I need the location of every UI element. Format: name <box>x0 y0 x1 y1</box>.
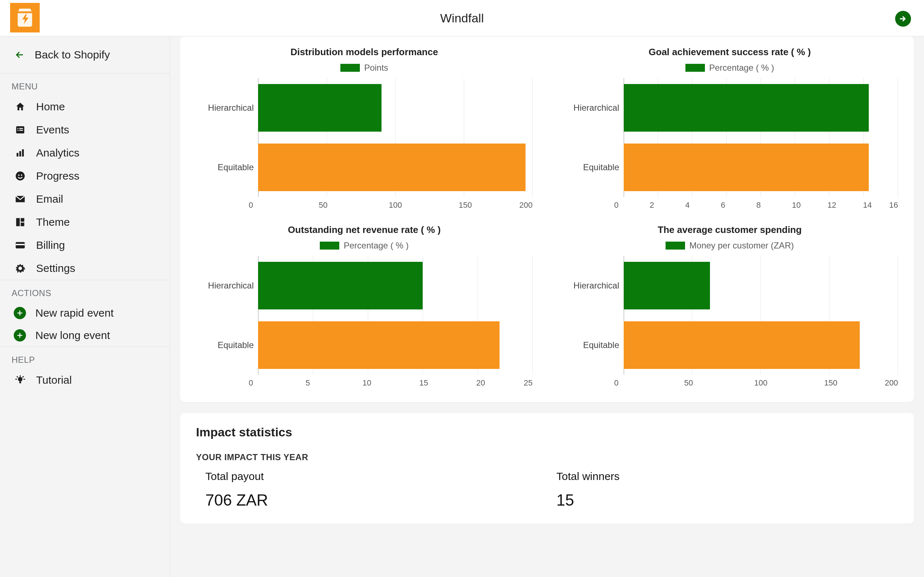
shopping-bag-bolt-icon <box>14 7 36 29</box>
sidebar-item-label: Home <box>36 101 65 113</box>
stat-total-winners: Total winners 15 <box>547 470 898 509</box>
sidebar-item-events[interactable]: Events <box>0 118 170 141</box>
x-tick: 150 <box>824 375 894 388</box>
list-icon <box>14 123 27 136</box>
category-label: Equitable <box>196 340 254 350</box>
bar <box>258 321 499 369</box>
svg-rect-4 <box>19 130 23 131</box>
sidebar-item-label: Billing <box>36 239 65 251</box>
bar <box>258 262 423 309</box>
chart-title: Outstanding net revenue rate ( % ) <box>288 224 441 235</box>
impact-subheading: YOUR IMPACT THIS YEAR <box>196 452 898 462</box>
sidebar-section-actions: ACTIONS <box>0 280 170 302</box>
bulb-icon <box>14 374 27 387</box>
action-new-long-event[interactable]: New long event <box>0 324 170 347</box>
forward-button[interactable] <box>895 11 911 27</box>
svg-rect-5 <box>16 153 18 156</box>
stat-label: Total winners <box>557 470 898 482</box>
svg-rect-1 <box>18 128 19 129</box>
sidebar-item-theme[interactable]: Theme <box>0 211 170 234</box>
x-tick: 14 <box>863 197 899 210</box>
sidebar-item-analytics[interactable]: Analytics <box>0 141 170 164</box>
category-label: Hierarchical <box>562 103 619 113</box>
sidebar-item-label: Events <box>36 124 69 136</box>
category-label: Equitable <box>562 162 619 172</box>
stat-value: 15 <box>557 491 898 509</box>
legend-swatch <box>340 64 360 72</box>
sidebar-item-settings[interactable]: Settings <box>0 257 170 280</box>
svg-rect-2 <box>19 128 23 129</box>
chart-net-revenue: Outstanding net revenue rate ( % )Percen… <box>196 224 533 388</box>
x-tick: 0 <box>614 375 684 388</box>
sidebar-item-progress[interactable]: Progress <box>0 164 170 187</box>
sidebar-item-billing[interactable]: Billing <box>0 234 170 257</box>
bar-chart-icon <box>14 147 27 160</box>
sidebar-item-label: Analytics <box>36 147 79 159</box>
chart-legend: Percentage ( % ) <box>685 63 774 73</box>
back-label: Back to Shopify <box>35 49 110 61</box>
chart-avg-spend: The average customer spendingMoney per c… <box>562 224 898 388</box>
chart-legend: Money per customer (ZAR) <box>666 240 794 251</box>
back-to-shopify-link[interactable]: Back to Shopify <box>0 36 170 73</box>
svg-point-16 <box>18 377 23 382</box>
sidebar-item-tutorial[interactable]: Tutorial <box>0 369 170 392</box>
plus-icon <box>14 307 26 319</box>
x-tick: 0 <box>614 197 650 210</box>
sidebar-item-label: Settings <box>36 262 75 274</box>
impact-heading: Impact statistics <box>196 425 898 439</box>
svg-rect-17 <box>19 382 21 384</box>
theme-icon <box>14 216 27 229</box>
card-icon <box>14 239 27 252</box>
legend-swatch <box>320 242 339 250</box>
bar <box>258 143 525 191</box>
chart-distribution: Distribution models performancePointsHie… <box>196 47 533 210</box>
legend-label: Points <box>364 63 388 73</box>
sidebar-section-menu: MENU <box>0 74 170 95</box>
arrow-left-icon <box>15 50 24 60</box>
charts-card: Distribution models performancePointsHie… <box>180 36 914 402</box>
svg-rect-15 <box>16 244 25 245</box>
sidebar-item-label: Tutorial <box>36 374 72 386</box>
category-label: Hierarchical <box>196 280 254 291</box>
hbar-chart: HierarchicalEquitable0246810121416 <box>562 78 898 210</box>
stat-label: Total payout <box>205 470 547 482</box>
sidebar-item-home[interactable]: Home <box>0 95 170 118</box>
action-item-label: New long event <box>36 329 110 342</box>
sidebar-item-email[interactable]: Email <box>0 187 170 211</box>
x-tick: 10 <box>362 375 419 388</box>
action-new-rapid-event[interactable]: New rapid event <box>0 302 170 324</box>
home-icon <box>14 100 27 113</box>
x-tick: 6 <box>721 197 756 210</box>
bar <box>624 321 860 369</box>
x-tick: 10 <box>792 197 828 210</box>
hbar-chart: HierarchicalEquitable050100150200 <box>562 256 898 388</box>
category-label: Hierarchical <box>562 280 619 291</box>
bar <box>624 262 710 309</box>
x-tick: 8 <box>756 197 792 210</box>
hbar-chart: HierarchicalEquitable050100150200 <box>196 78 533 210</box>
x-tick: 12 <box>828 197 863 210</box>
legend-label: Percentage ( % ) <box>344 240 409 251</box>
svg-rect-12 <box>21 218 24 222</box>
sidebar: Back to Shopify MENU Home Events Analyti… <box>0 36 170 577</box>
x-tick: 50 <box>319 197 389 210</box>
category-label: Equitable <box>196 162 254 172</box>
legend-label: Percentage ( % ) <box>709 63 774 73</box>
bar <box>624 143 869 191</box>
category-label: Hierarchical <box>196 103 254 113</box>
x-tick: 20 <box>476 375 533 388</box>
svg-point-9 <box>18 174 19 176</box>
chart-title: The average customer spending <box>657 224 802 235</box>
x-tick: 0 <box>249 375 306 388</box>
chart-title: Distribution models performance <box>291 47 438 58</box>
sidebar-item-label: Theme <box>36 216 69 228</box>
svg-rect-7 <box>22 149 24 156</box>
x-tick: 4 <box>685 197 721 210</box>
mail-icon <box>14 193 27 206</box>
x-tick: 0 <box>249 197 319 210</box>
svg-rect-3 <box>18 130 19 131</box>
x-tick: 5 <box>306 375 363 388</box>
bar <box>624 84 869 132</box>
chart-title: Goal achievement success rate ( % ) <box>649 47 811 58</box>
bar <box>258 84 381 132</box>
